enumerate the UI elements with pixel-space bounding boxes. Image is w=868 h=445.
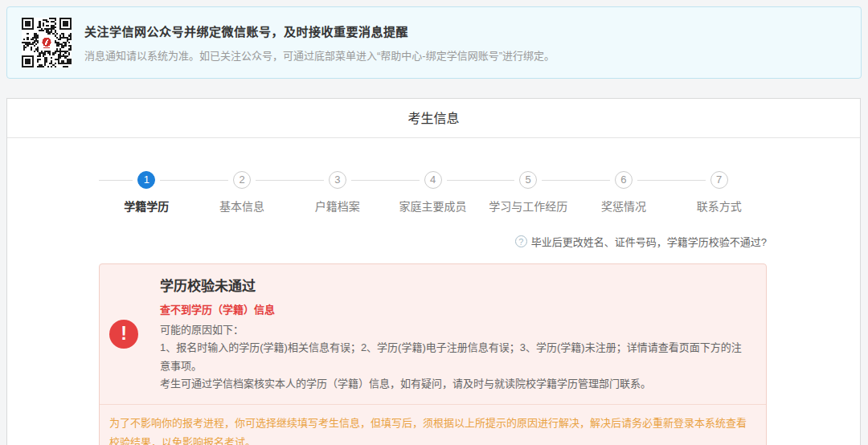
step-label: 户籍档案 xyxy=(289,198,385,214)
step-head: 2 xyxy=(194,171,290,190)
banner-text: 关注学信网公众号并绑定微信账号，及时接收重要消息提醒 消息通知请以系统为准。如已… xyxy=(84,22,555,63)
error-exclamation-icon: ! xyxy=(109,320,138,349)
question-mark-icon: ? xyxy=(515,235,527,247)
step-item[interactable]: 6 奖惩情况 xyxy=(576,171,672,214)
step-indicator: 1 学籍学历 2 基本信息 3 户籍档案 xyxy=(99,171,767,214)
alert-reason-intro: 可能的原因如下： xyxy=(160,321,750,339)
alert-advice: 考生可通过学信档案核实本人的学历（学籍）信息，如有疑问，请及时与就读院校学籍学历… xyxy=(160,375,750,393)
step-label: 学习与工作经历 xyxy=(481,198,576,214)
step-number: 4 xyxy=(424,171,442,189)
step-item[interactable]: 3 户籍档案 xyxy=(289,171,385,214)
step-head: 7 xyxy=(671,171,767,190)
step-label: 家庭主要成员 xyxy=(385,198,481,214)
step-number: 5 xyxy=(519,171,537,189)
step-label: 基本信息 xyxy=(194,198,290,214)
candidate-info-panel: 考生信息 1 学籍学历 2 基本信息 xyxy=(6,98,861,445)
help-row: ? 毕业后更改姓名、证件号码，学籍学历校验不通过? xyxy=(99,234,767,249)
verification-help-link[interactable]: ? 毕业后更改姓名、证件号码，学籍学历校验不通过? xyxy=(515,234,767,249)
step-label: 学籍学历 xyxy=(99,198,194,214)
verification-failed-alert: ! 学历校验未通过 查不到学历（学籍）信息 可能的原因如下： 1、报名时输入的学… xyxy=(99,263,767,445)
alert-subtitle: 查不到学历（学籍）信息 xyxy=(160,301,750,316)
step-label: 奖惩情况 xyxy=(576,198,672,214)
step-item[interactable]: 7 联系方式 xyxy=(671,171,767,214)
alert-main: ! 学历校验未通过 查不到学历（学籍）信息 可能的原因如下： 1、报名时输入的学… xyxy=(100,264,766,404)
step-number: 6 xyxy=(615,171,633,189)
step-head: 4 xyxy=(385,171,481,190)
step-item[interactable]: 2 基本信息 xyxy=(194,171,290,214)
step-number: 3 xyxy=(329,171,346,189)
qr-code-svg xyxy=(22,18,72,67)
step-number: 7 xyxy=(710,171,728,189)
step-head: 6 xyxy=(576,171,672,190)
alert-body: 可能的原因如下： 1、报名时输入的学历(学籍)相关信息有误；2、学历(学籍)电子… xyxy=(160,321,750,393)
step-head: 3 xyxy=(289,171,385,190)
banner-title: 关注学信网公众号并绑定微信账号，及时接收重要消息提醒 xyxy=(84,22,555,39)
step-item[interactable]: 4 家庭主要成员 xyxy=(385,171,481,214)
page-title: 考生信息 xyxy=(7,99,860,138)
step-head: 5 xyxy=(481,171,576,190)
banner-subtitle: 消息通知请以系统为准。如已关注公众号，可通过底部菜单进入“帮助中心-绑定学信网账… xyxy=(84,47,555,63)
wechat-banner: 关注学信网公众号并绑定微信账号，及时接收重要消息提醒 消息通知请以系统为准。如已… xyxy=(6,6,862,79)
alert-reasons: 1、报名时输入的学历(学籍)相关信息有误；2、学历(学籍)电子注册信息有误；3、… xyxy=(160,339,750,375)
panel-content: 1 学籍学历 2 基本信息 3 户籍档案 xyxy=(99,171,767,445)
step-number: 2 xyxy=(233,171,251,189)
alert-title: 学历校验未通过 xyxy=(160,275,750,295)
qr-code-icon xyxy=(22,18,72,67)
step-number: 1 xyxy=(137,171,155,189)
step-head: 1 xyxy=(99,171,194,190)
alert-text-block: 学历校验未通过 查不到学历（学籍）信息 可能的原因如下： 1、报名时输入的学历(… xyxy=(160,275,750,393)
help-link-label: 毕业后更改姓名、证件号码，学籍学历校验不通过? xyxy=(531,234,767,249)
step-item[interactable]: 1 学籍学历 xyxy=(99,171,194,214)
alert-warning-note: 为了不影响你的报考进程，你可选择继续填写考生信息，但填写后，须根据以上所提示的原… xyxy=(100,404,766,445)
step-label: 联系方式 xyxy=(671,198,767,214)
step-item[interactable]: 5 学习与工作经历 xyxy=(481,171,576,214)
